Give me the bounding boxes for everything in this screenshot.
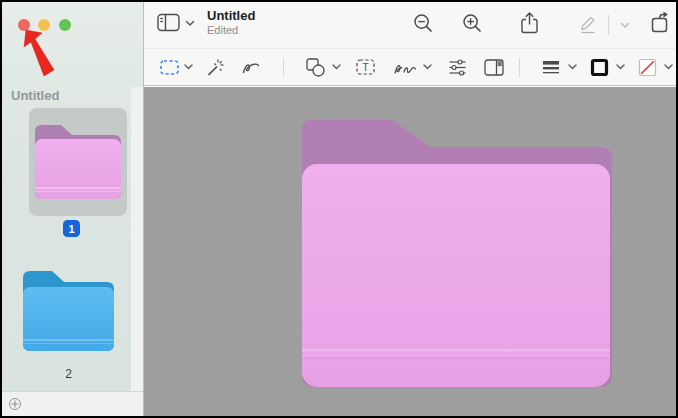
- selection-tool-button[interactable]: [160, 60, 179, 75]
- fill-color-button[interactable]: [638, 58, 657, 77]
- thumbnail-page-2[interactable]: [22, 269, 115, 352]
- zoom-in-button[interactable]: [462, 13, 483, 34]
- markup-divider: [283, 58, 284, 77]
- markup-toolbar: T: [144, 49, 676, 86]
- markup-pencil-icon: [578, 13, 598, 34]
- chevron-down-icon: [185, 20, 195, 27]
- rectangular-selection-icon: [160, 60, 179, 75]
- document-title: Untitled: [207, 8, 255, 24]
- chevron-down-icon: [423, 64, 432, 70]
- page-number-badge: 1: [63, 220, 80, 237]
- text-box-icon: T: [356, 59, 375, 75]
- text-tool-button[interactable]: T: [356, 59, 375, 75]
- sidebar-footer: [2, 391, 143, 416]
- chevron-down-icon: [568, 64, 577, 70]
- adjust-color-button[interactable]: [448, 58, 467, 77]
- titlebar: Untitled Edited: [144, 2, 676, 49]
- instant-alpha-wand-icon: [206, 58, 225, 77]
- main-area: Untitled Edited: [144, 2, 676, 416]
- crop-button[interactable]: [484, 59, 504, 76]
- sign-tool-chevron[interactable]: [423, 64, 432, 70]
- sign-tool-button[interactable]: [394, 61, 417, 75]
- red-arrow-annotation: [23, 28, 61, 80]
- sketch-tool-button[interactable]: [242, 61, 260, 74]
- chevron-down-icon: [620, 22, 630, 29]
- rotate-button[interactable]: [650, 12, 671, 34]
- shapes-tool-chevron[interactable]: [332, 64, 341, 70]
- sidebar-document-header: Untitled: [11, 88, 59, 103]
- document-canvas[interactable]: [144, 87, 676, 416]
- plus-icon: [11, 400, 19, 408]
- markup-button[interactable]: [578, 13, 598, 34]
- adjust-sliders-icon: [448, 58, 467, 77]
- add-page-button[interactable]: [9, 398, 21, 410]
- preview-window: Untitled 1 2: [0, 0, 678, 418]
- chevron-down-icon: [332, 64, 341, 70]
- fill-color-chevron[interactable]: [664, 64, 673, 70]
- rotate-page-icon: [650, 12, 671, 34]
- border-color-button[interactable]: [590, 58, 609, 77]
- sketch-icon: [242, 61, 260, 74]
- share-icon: [520, 11, 539, 35]
- border-color-icon: [590, 58, 609, 77]
- thumbnail-page-1[interactable]: [34, 123, 122, 200]
- shapes-tool-button[interactable]: [306, 58, 325, 77]
- zoom-out-icon: [413, 13, 434, 34]
- sidebar-toggle-button[interactable]: [157, 13, 180, 32]
- svg-text:T: T: [362, 62, 368, 73]
- markup-menu-chevron[interactable]: [620, 22, 630, 29]
- document-status: Edited: [207, 24, 255, 37]
- shape-style-button[interactable]: [542, 60, 560, 75]
- page-number-label: 2: [22, 367, 115, 381]
- folder-image: [144, 87, 678, 418]
- chevron-down-icon: [616, 64, 625, 70]
- shapes-icon: [306, 58, 325, 77]
- sidebar-menu-chevron[interactable]: [185, 20, 195, 27]
- document-title-block: Untitled Edited: [207, 8, 255, 37]
- zoom-out-button[interactable]: [413, 13, 434, 34]
- markup-divider: [519, 58, 520, 77]
- crop-panel-icon: [484, 59, 504, 76]
- shape-style-chevron[interactable]: [568, 64, 577, 70]
- line-weight-icon: [542, 60, 560, 75]
- chevron-down-icon: [184, 64, 193, 70]
- chevron-down-icon: [664, 64, 673, 70]
- titlebar-divider: [608, 15, 609, 35]
- sidebar-scroll-gutter: [131, 87, 143, 395]
- border-color-chevron[interactable]: [616, 64, 625, 70]
- zoom-in-icon: [462, 13, 483, 34]
- no-fill-icon: [638, 58, 657, 77]
- instant-alpha-button[interactable]: [206, 58, 225, 77]
- share-button[interactable]: [520, 11, 539, 35]
- selection-tool-chevron[interactable]: [184, 64, 193, 70]
- sidebar: Untitled 1 2: [2, 2, 144, 416]
- sidebar-toggle-icon: [157, 13, 180, 32]
- signature-icon: [394, 61, 417, 75]
